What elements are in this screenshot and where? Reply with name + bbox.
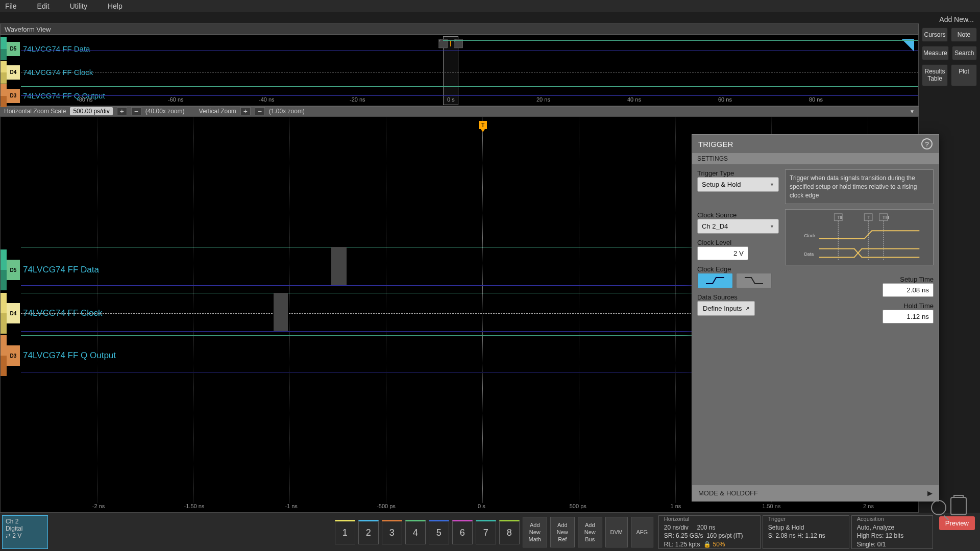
afg-button[interactable]: AFG — [631, 517, 653, 547]
add-math-button[interactable]: Add New Math — [523, 517, 547, 547]
detail-track-id-d4[interactable]: D4 — [7, 303, 20, 323]
hz-zoom-value[interactable]: 500.00 ps/div — [70, 107, 112, 115]
hz-zoom-in-button[interactable]: + — [117, 107, 127, 115]
detail-track-id-d3[interactable]: D3 — [7, 345, 20, 366]
bottom-bar: Ch 2 Digital ⇄ 2 V 1 2 3 4 5 6 7 8 Add N… — [0, 513, 980, 551]
define-inputs-button[interactable]: Define Inputs↗ — [697, 301, 755, 316]
setup-time-label: Setup Time — [785, 276, 934, 283]
svg-text:T: T — [481, 122, 485, 128]
help-icon[interactable]: ? — [921, 138, 933, 149]
trigger-type-dropdown[interactable]: Setup & Hold — [697, 177, 779, 192]
waveform-view-title: Waveform View — [5, 26, 51, 33]
track-label: 74LVCG74 FF Data — [23, 44, 90, 53]
trigger-info-panel[interactable]: Trigger Setup & Hold S: 2.08 ns H: 1.12 … — [763, 515, 849, 549]
menu-utility[interactable]: Utility — [70, 2, 87, 10]
vz-zoom-out-button[interactable]: − — [255, 107, 265, 115]
trigger-diagram: Ts T TH Clock Data — [785, 209, 934, 265]
rising-edge-button[interactable] — [697, 273, 733, 288]
magnifier-icon[interactable] — [931, 500, 946, 515]
hold-time-label: Hold Time — [785, 302, 934, 310]
collapse-icon[interactable]: ▼ — [910, 109, 915, 114]
add-bus-button[interactable]: Add New Bus — [578, 517, 602, 547]
menu-bar: File Edit Utility Help — [0, 0, 980, 12]
svg-text:T: T — [867, 214, 870, 220]
horizontal-info-panel[interactable]: Horizontal 20 ns/div 200 ns SR: 6.25 GS/… — [658, 515, 761, 549]
trigger-window[interactable]: ⬛T⬛ — [443, 36, 458, 105]
overview-waveform[interactable]: D5 74LVCG74 FF Data D4 74LVCG74 FF Clock… — [0, 35, 919, 106]
results-table-button[interactable]: Results Table — [922, 64, 948, 86]
active-channel-badge[interactable]: Ch 2 Digital ⇄ 2 V — [2, 515, 48, 549]
detail-timescale: -2 ns -1.50 ns -1 ns -500 ps 0 s 500 ps … — [1, 503, 918, 512]
svg-text:Clock: Clock — [804, 233, 816, 238]
svg-text:Data: Data — [804, 252, 814, 257]
waveform-view-header: Waveform View — [0, 23, 919, 35]
channel-2-button[interactable]: 2 — [358, 520, 379, 544]
zoom-control-bar: Horizontal Zoom Scale 500.00 ps/div + − … — [0, 106, 919, 116]
hz-zoom-label: Horizontal Zoom Scale — [4, 108, 66, 115]
note-button[interactable]: Note — [951, 28, 977, 42]
svg-marker-2 — [481, 129, 485, 132]
measure-button[interactable]: Measure — [922, 46, 949, 60]
track-label: 74LVCG74 FF Data — [23, 265, 99, 275]
dvm-button[interactable]: DVM — [605, 517, 628, 547]
acquisition-info-panel[interactable]: Acquisition Auto, Analyze High Res: 12 b… — [851, 515, 933, 549]
track-id-d5[interactable]: D5 — [7, 42, 20, 56]
search-button[interactable]: Search — [952, 46, 977, 60]
trigger-title: TRIGGER — [698, 140, 733, 148]
svg-text:Ts: Ts — [837, 214, 842, 220]
setup-time-input[interactable] — [883, 283, 934, 297]
trash-icon[interactable] — [950, 497, 967, 515]
channel-4-button[interactable]: 4 — [405, 520, 426, 544]
menu-file[interactable]: File — [5, 2, 17, 10]
channel-5-button[interactable]: 5 — [429, 520, 449, 544]
cursors-button[interactable]: Cursors — [922, 28, 948, 42]
menu-help[interactable]: Help — [108, 2, 122, 10]
channel-6-button[interactable]: 6 — [452, 520, 473, 544]
right-sidebar: Add New... Cursors Note Measure Search R… — [919, 12, 980, 89]
vz-zoom-factor: (1.00x zoom) — [269, 108, 305, 115]
track-label: 74LVCG74 FF Q Output — [23, 350, 116, 361]
add-new-button[interactable]: Add New... — [922, 15, 977, 23]
data-sources-label: Data Sources — [697, 293, 779, 301]
falling-edge-button[interactable] — [736, 273, 772, 288]
hz-zoom-factor: (40.00x zoom) — [145, 108, 185, 115]
menu-edit[interactable]: Edit — [37, 2, 50, 10]
add-ref-button[interactable]: Add New Ref — [550, 517, 575, 547]
plot-button[interactable]: Plot — [951, 64, 977, 86]
clock-source-dropdown[interactable]: Ch 2_D4 — [697, 219, 779, 234]
vz-zoom-in-button[interactable]: + — [240, 107, 251, 115]
preview-button[interactable]: Preview — [939, 516, 975, 530]
channel-8-button[interactable]: 8 — [499, 520, 520, 544]
clock-level-input[interactable] — [697, 246, 748, 260]
settings-section-header: SETTINGS — [692, 153, 939, 164]
mode-holdoff-section[interactable]: MODE & HOLDOFF▶ — [692, 485, 939, 501]
hold-time-input[interactable] — [883, 310, 934, 323]
svg-text:TH: TH — [883, 214, 889, 220]
trigger-panel: TRIGGER ? SETTINGS Trigger Type Setup & … — [692, 134, 939, 502]
clock-level-label: Clock Level — [697, 239, 779, 246]
trigger-marker-icon: T — [478, 121, 488, 135]
channel-7-button[interactable]: 7 — [476, 520, 496, 544]
vz-zoom-label: Vertical Zoom — [199, 108, 236, 115]
track-id-d4[interactable]: D4 — [7, 65, 20, 80]
trigger-type-label: Trigger Type — [697, 169, 779, 177]
channel-3-button[interactable]: 3 — [382, 520, 402, 544]
detail-track-id-d5[interactable]: D5 — [7, 260, 20, 280]
clock-edge-label: Clock Edge — [697, 265, 779, 273]
trigger-description: Trigger when data signals transition dur… — [785, 169, 934, 204]
hz-zoom-out-button[interactable]: − — [131, 107, 141, 115]
overview-timescale: -80 ns -60 ns -40 ns -20 ns 0 s 20 ns 40… — [1, 96, 918, 106]
channel-1-button[interactable]: 1 — [335, 520, 355, 544]
clock-source-label: Clock Source — [697, 211, 779, 219]
